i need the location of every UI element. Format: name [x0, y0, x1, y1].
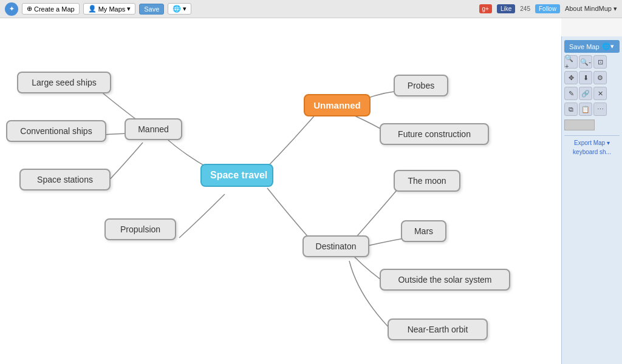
save-button[interactable]: Save — [139, 4, 164, 15]
export-map-link[interactable]: Export Map ▾ — [564, 140, 620, 146]
chevron-down-icon: ▾ — [183, 5, 186, 13]
node-space-travel[interactable]: Space travel — [200, 164, 273, 187]
node-conventional-ships[interactable]: Conventional ships — [6, 120, 106, 142]
move-icon[interactable]: ✥ — [564, 71, 578, 84]
zoom-out-icon[interactable]: 🔍- — [579, 55, 592, 69]
node-large-seed-ships[interactable]: Large seed ships — [17, 72, 111, 93]
share-button[interactable]: 🌐 ▾ — [168, 3, 191, 15]
map-icon: ⊕ — [27, 5, 32, 13]
node-future-construction[interactable]: Future construction — [380, 123, 489, 145]
about-mindmup-btn[interactable]: About MindMup ▾ — [565, 5, 617, 13]
node-mars[interactable]: Mars — [401, 220, 446, 242]
node-probes[interactable]: Probes — [394, 75, 448, 96]
node-propulsion[interactable]: Propulsion — [104, 218, 176, 240]
my-maps-button[interactable]: 👤 My Maps ▾ — [83, 3, 136, 15]
toolbar: ✦ ⊕ Create a Map 👤 My Maps ▾ Save 🌐 ▾ g+… — [0, 0, 622, 18]
node-space-stations[interactable]: Space stations — [19, 169, 111, 190]
node-unmanned[interactable]: Unmanned — [304, 94, 371, 116]
zoom-in-icon[interactable]: 🔍+ — [564, 55, 578, 69]
node-the-moon[interactable]: The moon — [394, 170, 460, 192]
toolbar-right: g+ Like 245 Follow About MindMup ▾ — [479, 4, 617, 13]
right-panel: Save Map 🌐▾ 🔍+ 🔍- ⊡ ✥ ⬇ ⚙ ✎ 🔗 ✕ ⧉ 📋 ⋯ Ex… — [561, 36, 622, 364]
close-icon[interactable]: ✕ — [593, 87, 607, 100]
user-icon: 👤 — [88, 5, 97, 13]
facebook-like-btn[interactable]: Like — [497, 4, 515, 13]
node-destination[interactable]: Destinaton — [302, 235, 369, 257]
panel-divider — [564, 135, 620, 136]
node-outside-solar-system[interactable]: Outside the solar system — [380, 269, 510, 291]
panel-toolbar-row4: ⧉ 📋 ⋯ — [564, 103, 620, 116]
mind-map-canvas: Space travel Manned Unmanned Destinaton … — [0, 18, 561, 364]
keyboard-shortcuts-link[interactable]: keyboard sh... — [564, 149, 620, 155]
copy-icon[interactable]: ⧉ — [564, 103, 578, 116]
panel-toolbar-row1: 🔍+ 🔍- ⊡ — [564, 55, 620, 69]
panel-save-map-button[interactable]: Save Map 🌐▾ — [564, 40, 620, 53]
link-icon[interactable]: 🔗 — [579, 87, 592, 100]
logo-icon: ✦ — [5, 2, 18, 16]
fb-count: 245 — [520, 5, 530, 12]
google-btn[interactable]: g+ — [479, 4, 492, 13]
panel-toolbar-row2: ✥ ⬇ ⚙ — [564, 71, 620, 84]
paste-icon[interactable]: 📋 — [579, 103, 592, 116]
chevron-down-icon: ▾ — [127, 5, 131, 13]
panel-share-icon: 🌐▾ — [602, 42, 614, 50]
download-icon[interactable]: ⬇ — [579, 71, 592, 84]
color-swatch[interactable] — [564, 120, 595, 130]
twitter-follow-btn[interactable]: Follow — [535, 4, 560, 13]
more-icon[interactable]: ⋯ — [593, 103, 607, 116]
create-map-button[interactable]: ⊕ Create a Map — [22, 3, 80, 15]
fit-icon[interactable]: ⊡ — [593, 55, 607, 69]
connections-svg — [0, 18, 561, 364]
node-manned[interactable]: Manned — [125, 118, 182, 140]
panel-toolbar-row3: ✎ 🔗 ✕ — [564, 87, 620, 100]
node-near-earth-orbit[interactable]: Near-Earth orbit — [388, 318, 488, 340]
settings-icon[interactable]: ⚙ — [593, 71, 607, 84]
edit-icon[interactable]: ✎ — [564, 87, 578, 100]
